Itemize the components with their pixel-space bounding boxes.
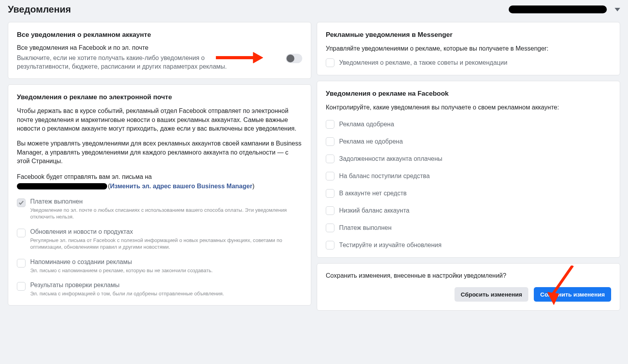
messenger-item-label: Уведомления о рекламе, а также советы и … [339,59,508,66]
checkbox-low-balance[interactable] [326,206,334,215]
fbads-item-label: Реклама не одобрена [339,138,403,145]
checkbox-review-results[interactable] [17,282,26,291]
email-item-ad-reminder: Напоминание о создании рекламы Эл. письм… [17,258,302,274]
email-item-label: Обновления и новости о продуктах [30,228,302,235]
email-item-sublabel: Эл. письмо с напоминанием о рекламе, кот… [30,267,302,274]
card-all-ad-notifications: Все уведомления о рекламном аккаунте Все… [8,22,311,79]
chevron-down-icon [615,8,620,11]
card-title: Рекламные уведомления в Messenger [326,31,611,39]
email-item-payment-done: Платеж выполнен Уведомление по эл. почте… [17,198,302,220]
email-item-sublabel: Эл. письма с информацией о том, были ли … [30,290,302,297]
email-item-review-results: Результаты проверки рекламы Эл. письма с… [17,282,302,297]
svg-marker-3 [548,292,559,305]
svg-line-2 [553,266,573,294]
change-bm-email-link[interactable]: Изменить эл. адрес вашего Business Manag… [110,183,252,189]
card-messenger-notifications: Рекламные уведомления в Messenger Управл… [317,22,620,75]
messenger-desc: Управляйте уведомлениями о рекламе, кото… [326,44,611,53]
fbads-item-label: В аккаунте нет средств [339,190,407,197]
fbads-item-label: Задолженности аккаунта оплачены [339,155,442,162]
email-item-sublabel: Регулярные эл. письма от Facebook с поле… [30,237,302,251]
card-title: Уведомления о рекламе на Facebook [326,90,611,98]
checkbox-test-learn-updates[interactable] [326,241,334,249]
fbads-item: Тестируйте и изучайте обновления [326,241,611,249]
email-item-label: Напоминание о создании рекламы [30,258,302,266]
account-name-redacted [509,5,607,13]
check-icon [18,200,24,206]
svg-marker-1 [253,52,263,63]
reset-changes-button[interactable]: Сбросить изменения [455,287,529,302]
checkbox-funds-added[interactable] [326,172,334,180]
fbads-item: Низкий баланс аккаунта [326,206,611,215]
page-title: Уведомления [8,4,71,15]
email-notif-p2: Вы можете управлять уведомлениями для вс… [17,139,302,166]
toggle-knob [287,55,294,62]
email-item-product-updates: Обновления и новости о продуктах Регуляр… [17,228,302,251]
checkbox-product-updates[interactable] [17,229,26,237]
fbads-item: Платеж выполнен [326,224,611,232]
card-title: Все уведомления о рекламном аккаунте [17,31,302,39]
fbads-item: На баланс поступили средства [326,172,611,180]
email-notif-p1: Чтобы держать вас в курсе событий, рекла… [17,107,302,133]
email-line-intro: Facebook будет отправлять вам эл. письма… [17,173,152,180]
account-dropdown[interactable] [509,5,620,13]
paren-close: ) [252,183,254,189]
fbads-item-label: На баланс поступили средства [339,173,430,180]
all-notif-desc: Выключите, если не хотите получать какие… [17,54,249,71]
messenger-item: Уведомления о рекламе, а также советы и … [326,58,611,67]
card-facebook-ad-notifications: Уведомления о рекламе на Facebook Контро… [317,81,620,257]
fbads-item-label: Низкий баланс аккаунта [339,207,409,214]
checkbox-debts-paid[interactable] [326,155,334,163]
all-notif-subtitle: Все уведомления на Facebook и по эл. поч… [17,44,249,51]
fbads-item: В аккаунте нет средств [326,189,611,198]
email-item-label: Результаты проверки рекламы [30,282,302,289]
email-item-label: Платеж выполнен [30,198,302,205]
email-item-sublabel: Уведомление по эл. почте о любых списани… [30,207,302,220]
annotation-arrow-save [545,266,577,305]
card-title: Уведомления о рекламе по электронной поч… [17,93,302,101]
fbads-item-label: Тестируйте и изучайте обновления [339,242,442,249]
fbads-item: Реклама не одобрена [326,137,611,146]
checkbox-ad-reminder[interactable] [17,259,26,268]
checkbox-ad-approved[interactable] [326,120,334,129]
checkbox-payment-done-fb[interactable] [326,224,334,232]
card-save-changes: Сохранить изменения, внесенные в настрой… [317,263,620,311]
fbads-desc: Контролируйте, какие уведомления вы полу… [326,103,611,112]
fbads-item-label: Платеж выполнен [339,224,392,231]
card-email-notifications: Уведомления о рекламе по электронной поч… [8,84,311,306]
all-notifications-toggle[interactable] [286,54,302,63]
checkbox-payment-done [17,198,26,207]
email-redacted [17,183,107,189]
checkbox-ad-not-approved[interactable] [326,137,334,146]
checkbox-messenger-ads[interactable] [326,58,334,67]
fbads-item: Задолженности аккаунта оплачены [326,155,611,163]
fbads-item: Реклама одобрена [326,120,611,129]
checkbox-no-funds[interactable] [326,189,334,198]
fbads-item-label: Реклама одобрена [339,121,394,128]
